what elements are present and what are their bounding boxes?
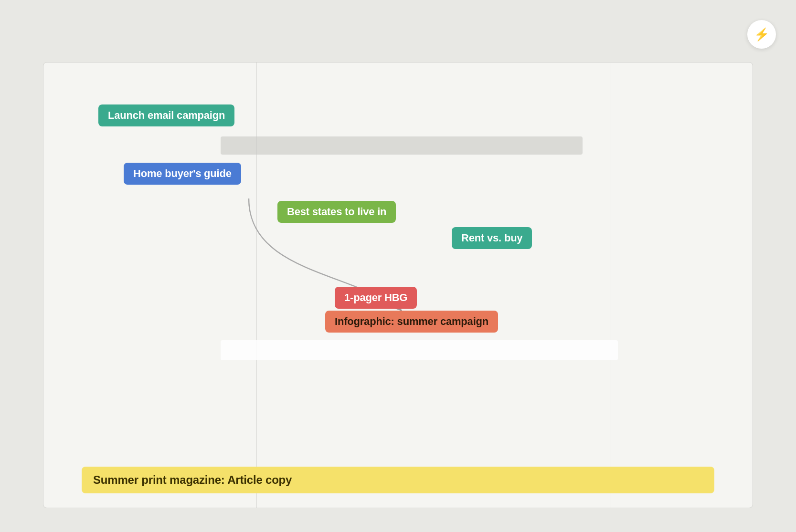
lightning-button[interactable]: ⚡ xyxy=(747,20,776,49)
home-buyer-chip[interactable]: Home buyer's guide xyxy=(124,163,241,185)
rent-vs-buy-chip[interactable]: Rent vs. buy xyxy=(452,227,532,249)
infographic-chip[interactable]: Infographic: summer campaign xyxy=(325,311,498,333)
timeline-bar-1 xyxy=(221,136,582,155)
best-states-chip[interactable]: Best states to live in xyxy=(277,201,396,223)
grid-lines xyxy=(43,63,753,508)
connection-arrow xyxy=(43,63,753,508)
lightning-icon: ⚡ xyxy=(754,27,769,42)
grid-line-2 xyxy=(441,63,441,508)
launch-email-chip[interactable]: Launch email campaign xyxy=(98,104,234,126)
main-card: Launch email campaign Home buyer's guide… xyxy=(43,62,753,508)
summer-print-chip[interactable]: Summer print magazine: Article copy xyxy=(82,467,714,493)
grid-line-3 xyxy=(611,63,611,508)
one-pager-chip[interactable]: 1-pager HBG xyxy=(335,287,417,309)
white-bar-1 xyxy=(221,340,618,360)
grid-line-1 xyxy=(256,63,257,508)
